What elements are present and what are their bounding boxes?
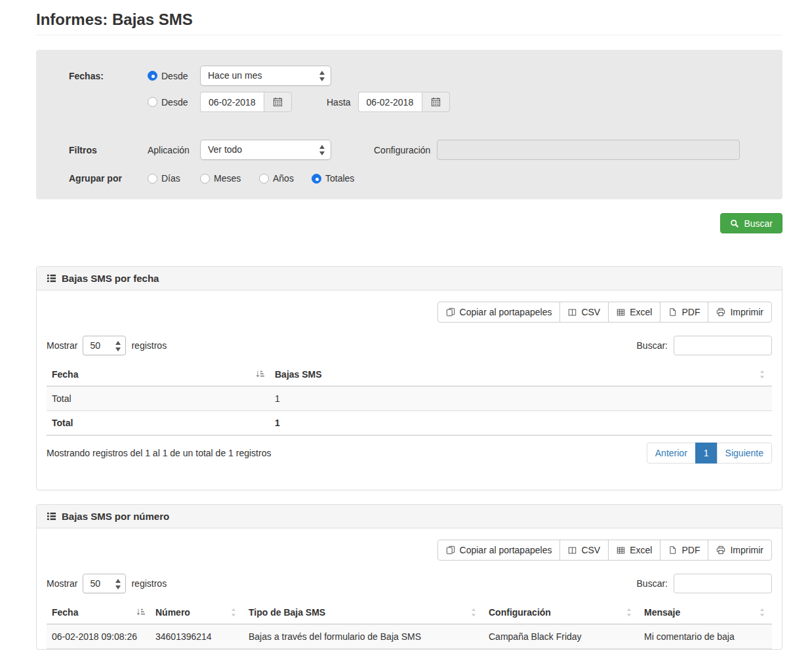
column-header-numero[interactable]: Número — [150, 601, 243, 624]
excel-button[interactable]: Excel — [608, 540, 660, 561]
radio-desde-preset-label: Desde — [161, 71, 188, 81]
date-from-input[interactable] — [200, 92, 264, 112]
mostrar-label: Mostrar — [47, 340, 77, 351]
configuracion-label: Configuración — [374, 145, 430, 155]
hasta-label: Hasta — [327, 97, 351, 108]
search-icon — [730, 219, 739, 228]
agrupar-label: Agrupar por — [69, 173, 148, 184]
pagination: Anterior 1 Siguiente — [647, 443, 772, 464]
pdf-icon — [668, 545, 677, 555]
excel-icon — [617, 546, 625, 555]
radio-desde-range[interactable]: Desde — [148, 97, 200, 108]
dates-preset-row: Fechas: Desde Hace un mes — [49, 66, 769, 86]
page-length-control: Mostrar 50 registros — [47, 574, 167, 593]
copy-button[interactable]: Copiar al portapapeles — [437, 302, 561, 323]
sort-both-icon — [469, 608, 478, 617]
table-search-control: Buscar: — [637, 574, 772, 593]
select-stepper-icon — [319, 71, 325, 81]
panel-fecha-title: Bajas SMS por fecha — [62, 273, 159, 284]
radio-totales[interactable]: Totales — [312, 173, 364, 184]
pagination-page-1-button[interactable]: 1 — [695, 443, 718, 464]
aplicacion-label: Aplicación — [148, 145, 200, 155]
filtros-label: Filtros — [69, 145, 148, 155]
excel-button[interactable]: Excel — [608, 302, 660, 323]
date-from-group — [200, 92, 292, 112]
filters-panel: Fechas: Desde Hace un mes Desde — [36, 50, 782, 199]
bajas-por-numero-table: Fecha Número Tipo de Baja SMS Confi — [47, 601, 772, 649]
table-row[interactable]: 06-02-2018 09:08:26 34601396214 Bajas a … — [47, 624, 772, 649]
csv-button[interactable]: CSV — [559, 540, 609, 561]
copy-icon — [446, 307, 455, 317]
buscar-button[interactable]: Buscar — [720, 213, 782, 233]
print-button[interactable]: Imprimir — [708, 540, 772, 561]
select-stepper-icon — [319, 145, 325, 155]
pagination-prev-button[interactable]: Anterior — [647, 443, 696, 464]
bajas-por-fecha-table: Fecha Bajas SMS Total 1 — [47, 363, 772, 436]
export-toolbar: Copiar al portapapeles CSV Excel PDF — [47, 540, 772, 561]
filtros-row: Filtros Aplicación Ver todo Configuració… — [49, 140, 769, 160]
radio-icon[interactable] — [148, 71, 157, 81]
table-row[interactable]: Total 1 — [47, 386, 772, 411]
report-page: Informes: Bajas SMS Fechas: Desde Hace u… — [36, 0, 782, 650]
copy-icon — [446, 545, 455, 555]
sort-asc-icon — [136, 608, 145, 617]
select-stepper-icon — [115, 341, 121, 351]
page-length-select[interactable]: 50 — [83, 574, 126, 593]
mostrar-label: Mostrar — [47, 578, 77, 589]
panel-numero-heading: Bajas SMS por número — [37, 505, 782, 528]
column-header-bajas-sms[interactable]: Bajas SMS — [270, 363, 772, 386]
csv-icon — [568, 308, 577, 317]
date-from-calendar-button[interactable] — [264, 92, 292, 112]
date-to-input[interactable] — [358, 92, 422, 112]
radio-totales-label: Totales — [325, 173, 354, 184]
aplicacion-select[interactable]: Ver todo — [200, 140, 331, 160]
panel-fecha-heading: Bajas SMS por fecha — [37, 267, 782, 290]
radio-icon[interactable] — [312, 174, 321, 184]
dates-range-row: Desde Hasta — [49, 92, 769, 112]
column-header-configuracion[interactable]: Configuración — [483, 601, 639, 624]
radio-dias-label: Días — [161, 173, 180, 184]
sort-both-icon — [758, 608, 767, 617]
page-title: Informes: Bajas SMS — [36, 0, 782, 35]
list-icon — [47, 273, 56, 283]
table-footer-row: Total 1 — [47, 411, 772, 436]
buscar-field-label: Buscar: — [637, 578, 668, 589]
pdf-button[interactable]: PDF — [660, 302, 708, 323]
print-button[interactable]: Imprimir — [708, 302, 772, 323]
pagination-next-button[interactable]: Siguiente — [717, 443, 772, 464]
calendar-icon — [431, 97, 441, 107]
copy-button[interactable]: Copiar al portapapeles — [437, 540, 561, 561]
radio-icon[interactable] — [259, 174, 269, 184]
table-search-input[interactable] — [674, 336, 772, 355]
radio-anos-label: Años — [273, 173, 294, 184]
pdf-button[interactable]: PDF — [660, 540, 708, 561]
csv-button[interactable]: CSV — [559, 302, 609, 323]
dates-label: Fechas: — [69, 71, 148, 81]
radio-meses[interactable]: Meses — [200, 173, 259, 184]
registros-label: registros — [131, 340, 167, 351]
radio-icon[interactable] — [200, 174, 210, 184]
radio-desde-range-label: Desde — [161, 97, 188, 108]
search-action-row: Buscar — [36, 213, 782, 233]
column-header-mensaje[interactable]: Mensaje — [639, 601, 772, 624]
radio-icon[interactable] — [148, 97, 157, 107]
radio-icon[interactable] — [148, 174, 157, 184]
radio-desde-preset[interactable]: Desde — [148, 71, 200, 81]
sort-asc-icon — [255, 370, 264, 379]
radio-dias[interactable]: Días — [148, 173, 200, 184]
date-to-group — [358, 92, 450, 112]
column-header-fecha[interactable]: Fecha — [47, 601, 150, 624]
page-length-select[interactable]: 50 — [83, 336, 126, 355]
pdf-icon — [668, 307, 677, 317]
buscar-button-label: Buscar — [744, 218, 773, 229]
column-header-fecha[interactable]: Fecha — [47, 363, 270, 386]
date-preset-select[interactable]: Hace un mes — [200, 66, 331, 86]
printer-icon — [716, 545, 725, 555]
table-search-input[interactable] — [674, 574, 772, 593]
panel-numero-title: Bajas SMS por número — [62, 511, 169, 522]
date-to-calendar-button[interactable] — [422, 92, 450, 112]
radio-anos[interactable]: Años — [259, 173, 312, 184]
column-header-tipo[interactable]: Tipo de Baja SMS — [243, 601, 483, 624]
date-preset-value: Hace un mes — [208, 70, 262, 81]
configuracion-input[interactable] — [437, 140, 740, 160]
